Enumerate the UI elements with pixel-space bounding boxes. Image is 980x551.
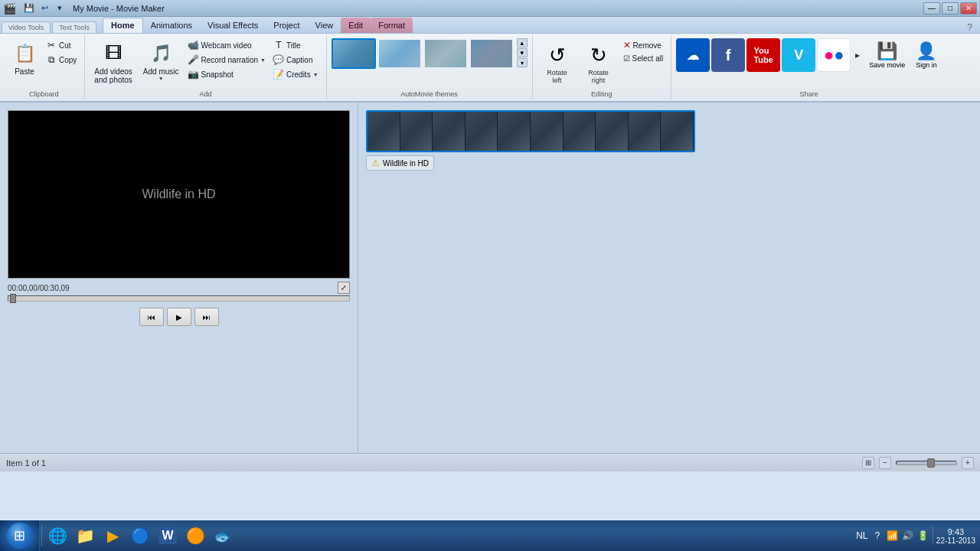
cut-button[interactable]: ✂ Cut <box>43 38 80 52</box>
time-total: 00:30,09 <box>40 284 70 292</box>
facebook-button[interactable]: f <box>711 38 745 72</box>
tab-visual-effects[interactable]: Visual Effects <box>200 18 266 33</box>
next-frame-button[interactable]: ⏭ <box>194 308 219 326</box>
timeline-track[interactable] <box>366 110 695 152</box>
credits-icon: 📝 <box>273 69 284 80</box>
youtube-button[interactable]: YouTube <box>746 38 780 72</box>
app-icon: 🎬 <box>3 2 16 15</box>
paste-button[interactable]: 📋 Paste <box>8 38 41 79</box>
film-frame <box>564 112 596 151</box>
share-more-btn[interactable]: ▶ <box>852 38 863 72</box>
theme-1[interactable] <box>332 38 376 69</box>
taskbar-unknown1[interactable]: 🟠 <box>182 523 208 549</box>
tab-view[interactable]: View <box>308 18 341 33</box>
youtube-icon: YouTube <box>753 46 773 64</box>
webcam-video-button[interactable]: 📹 Webcam video <box>185 38 269 52</box>
record-narration-button[interactable]: 🎤 Record narration ▼ <box>185 53 269 67</box>
copy-button[interactable]: ⧉ Copy <box>43 53 80 67</box>
chrome-icon: 🔵 <box>131 527 150 545</box>
quick-access-toolbar: 💾 ↩ ▾ <box>22 2 67 15</box>
tab-edit[interactable]: Edit <box>341 18 371 33</box>
tab-home[interactable]: Home <box>103 18 143 33</box>
zoom-slider-thumb[interactable] <box>927 458 935 468</box>
maximize-button[interactable]: □ <box>942 2 959 15</box>
timeline-clip-label[interactable]: ⚠ Wildlife in HD <box>366 155 434 171</box>
systray-battery-icon[interactable]: 🔋 <box>917 530 929 542</box>
qa-save[interactable]: 💾 <box>22 2 36 15</box>
playback-controls: ⏮ ▶ ⏭ <box>8 308 350 326</box>
clipboard-content: 📋 Paste ✂ Cut ⧉ Copy <box>8 37 80 89</box>
systray-network-icon[interactable]: 📶 <box>887 530 899 542</box>
snapshot-label: Snapshot <box>201 70 234 79</box>
zoom-out-button[interactable]: − <box>879 457 891 469</box>
theme-2[interactable] <box>377 38 422 69</box>
start-orb: ⊞ <box>7 523 33 549</box>
flickr-button[interactable]: ●● <box>817 38 851 72</box>
preview-title-text: Wildlife in HD <box>142 187 215 201</box>
ribbon-group-clipboard: 📋 Paste ✂ Cut ⧉ Copy Clipboard <box>3 35 85 99</box>
qa-undo[interactable]: ↩ <box>38 2 51 15</box>
tab-animations[interactable]: Animations <box>143 18 200 33</box>
minimize-button[interactable]: — <box>923 2 940 15</box>
sign-in-label: Sign in <box>916 61 937 69</box>
clock-date: 22-11-2013 <box>936 536 975 545</box>
rotate-right-button[interactable]: ↻ Rotateright <box>579 38 619 87</box>
onedrive-button[interactable]: ☁ <box>676 38 710 72</box>
systray-keyboard-icon[interactable]: NL <box>856 530 868 542</box>
save-movie-label: Save movie <box>869 61 905 69</box>
expand-button[interactable]: ⤢ <box>338 282 350 294</box>
start-button[interactable]: ⊞ <box>0 520 40 551</box>
taskbar-unknown2[interactable]: 🐟 <box>210 523 236 549</box>
webcam-icon: 📹 <box>188 40 199 51</box>
add-music-button[interactable]: 🎵 Add music ▼ <box>139 38 184 84</box>
caption-label: Caption <box>286 56 312 64</box>
editing-small-col: ✕ Remove ☑ Select all <box>620 38 667 64</box>
seek-thumb[interactable] <box>10 294 16 303</box>
taskbar-chrome[interactable]: 🔵 <box>127 523 153 549</box>
clock[interactable]: 9:43 22-11-2013 <box>936 527 975 545</box>
caption-icon: 💬 <box>273 54 284 65</box>
themes-scroll-more[interactable]: ▾ <box>517 58 528 67</box>
credits-button[interactable]: 📝 Credits ▼ <box>270 67 322 81</box>
taskbar-ie[interactable]: 🌐 <box>44 523 70 549</box>
fit-view-button[interactable]: ⊞ <box>862 457 874 469</box>
themes-strip <box>332 38 514 69</box>
vimeo-button[interactable]: V <box>782 38 815 72</box>
seek-bar[interactable] <box>8 295 350 302</box>
taskbar-media-player[interactable]: ▶ <box>100 523 126 549</box>
tab-format[interactable]: Format <box>371 18 413 33</box>
share-group-label: Share <box>676 90 942 98</box>
tab-project[interactable]: Project <box>266 18 307 33</box>
zoom-in-button[interactable]: + <box>962 457 974 469</box>
title-button[interactable]: T Title <box>270 38 322 52</box>
remove-button[interactable]: ✕ Remove <box>620 38 667 52</box>
context-label-text-tools: Text Tools <box>52 21 96 33</box>
taskbar-word[interactable]: W <box>155 523 181 549</box>
add-videos-button[interactable]: 🎞 Add videos and photos <box>90 38 137 87</box>
systray-volume-icon[interactable]: 🔊 <box>902 530 914 542</box>
theme-3[interactable] <box>423 38 468 69</box>
themes-scroll-up[interactable]: ▲ <box>517 38 528 47</box>
preview-panel: Wildlife in HD 00:00,00/00:30,09 ⤢ ⏮ ▶ ⏭ <box>0 103 358 453</box>
taskbar-explorer[interactable]: 📁 <box>72 523 98 549</box>
add-videos-label: Add videos and photos <box>94 67 132 84</box>
caption-button[interactable]: 💬 Caption <box>270 53 322 67</box>
snapshot-button[interactable]: 📷 Snapshot <box>185 67 269 81</box>
theme-4[interactable] <box>469 38 514 69</box>
save-movie-button[interactable]: 💾 Save movie <box>864 38 910 72</box>
close-button[interactable]: ✕ <box>960 2 977 15</box>
rotate-left-button[interactable]: ↺ Rotateleft <box>537 38 577 87</box>
systray-help-icon[interactable]: ? <box>871 530 884 542</box>
cut-label: Cut <box>59 41 71 50</box>
qa-dropdown[interactable]: ▾ <box>53 2 67 15</box>
rewind-button[interactable]: ⏮ <box>139 308 164 326</box>
help-icon[interactable]: ? <box>961 22 978 33</box>
sign-in-button[interactable]: 👤 Sign in <box>911 38 942 72</box>
themes-scroll-down[interactable]: ▼ <box>517 48 528 57</box>
credits-label: Credits <box>286 70 311 79</box>
unknown2-icon: 🐟 <box>214 527 233 545</box>
select-all-button[interactable]: ☑ Select all <box>620 53 667 64</box>
zoom-slider[interactable] <box>896 461 957 465</box>
flickr-icon-blue: ● <box>834 45 844 65</box>
play-button[interactable]: ▶ <box>167 308 191 326</box>
